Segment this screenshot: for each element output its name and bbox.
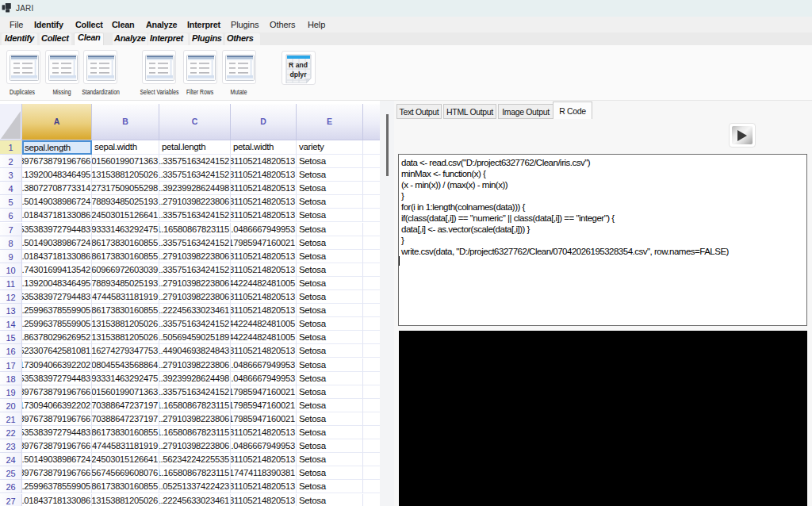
svg-text:dplyr: dplyr xyxy=(289,71,307,79)
svg-text:R and: R and xyxy=(289,61,308,69)
